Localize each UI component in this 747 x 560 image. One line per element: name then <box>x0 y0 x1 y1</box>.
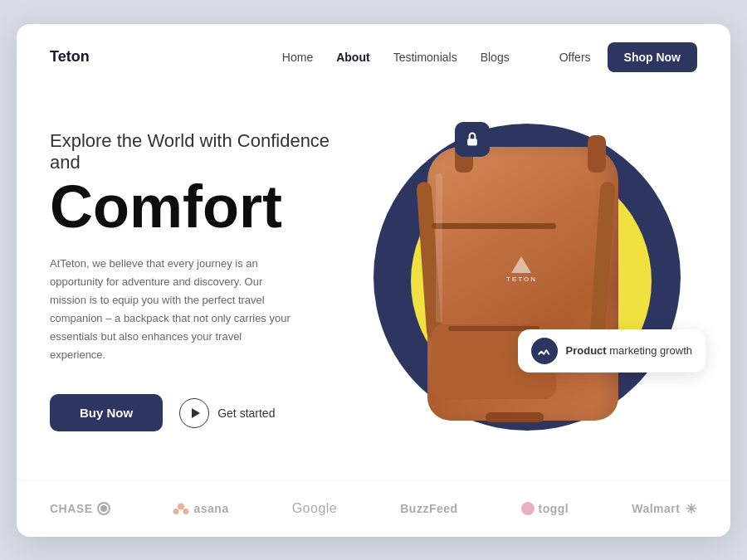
hero-description: AtTeton, we believe that every journey i… <box>50 255 299 365</box>
nav-link-blogs[interactable]: Blogs <box>481 51 510 64</box>
backpack-zipper <box>432 223 556 229</box>
backpack-handle-right <box>588 135 606 173</box>
brand-walmart-label: Walmart <box>632 502 680 515</box>
chase-icon <box>97 502 110 515</box>
get-started-button[interactable]: Get started <box>179 398 275 428</box>
brand-google: Google <box>292 501 338 516</box>
brands-strip: CHASE asana Google BuzzFeed toggl Walmar… <box>17 480 730 537</box>
nav-links: Home About Testimonials Blogs <box>282 50 510 65</box>
brand-walmart: Walmart ✳ <box>632 501 697 517</box>
page-container: Teton Home About Testimonials Blogs Offe… <box>17 24 730 537</box>
brand-buzzfeed-label: BuzzFeed <box>400 502 457 515</box>
nav-logo: Teton <box>50 48 90 66</box>
brand-toggl: toggl <box>521 502 569 515</box>
asana-icon <box>173 502 189 515</box>
body-highlight <box>436 173 442 323</box>
lock-badge <box>455 122 490 157</box>
brand-asana: asana <box>173 502 228 515</box>
hero-actions: Buy Now Get started <box>50 394 332 431</box>
hero-subtitle: Explore the World with Confidence and <box>50 130 332 173</box>
nav-link-home[interactable]: Home <box>282 51 313 64</box>
svg-rect-0 <box>467 139 477 145</box>
buy-now-button[interactable]: Buy Now <box>50 394 163 431</box>
get-started-label: Get started <box>217 407 275 420</box>
product-badge-icon <box>531 338 558 364</box>
brand-google-label: Google <box>292 501 338 516</box>
hero-section: Explore the World with Confidence and Co… <box>17 90 730 480</box>
hero-title: Comfort <box>50 177 332 236</box>
product-badge: Product marketing growth <box>518 329 706 373</box>
lock-icon <box>464 131 481 148</box>
chase-dot <box>100 505 107 512</box>
logo-triangle-icon <box>511 256 531 273</box>
backpack-logo: TETON <box>506 256 537 283</box>
play-circle-icon <box>179 398 209 428</box>
brand-chase: CHASE <box>50 502 110 515</box>
brand-asana-label: asana <box>193 502 228 515</box>
bottom-clip <box>486 412 544 422</box>
arrow-up-icon <box>537 343 552 358</box>
hero-content: Explore the World with Confidence and Co… <box>50 130 349 432</box>
svg-point-1 <box>178 504 184 510</box>
nav-link-testimonials[interactable]: Testimonials <box>393 51 457 64</box>
product-badge-text: Product marketing growth <box>566 344 692 357</box>
svg-point-3 <box>183 509 189 514</box>
hero-visual: TETON <box>349 107 697 455</box>
shop-now-button[interactable]: Shop Now <box>608 42 697 72</box>
navbar: Teton Home About Testimonials Blogs Offe… <box>17 24 730 90</box>
backpack-illustration: TETON <box>349 107 697 455</box>
svg-point-2 <box>173 509 179 514</box>
toggl-icon <box>521 502 535 515</box>
nav-link-about[interactable]: About <box>336 51 369 64</box>
brand-chase-label: CHASE <box>50 502 93 515</box>
brand-buzzfeed: BuzzFeed <box>400 502 457 515</box>
play-triangle-icon <box>192 408 200 418</box>
logo-text: TETON <box>506 275 537 283</box>
brand-toggl-label: toggl <box>539 502 569 515</box>
nav-offers[interactable]: Offers <box>559 51 591 64</box>
walmart-icon: ✳ <box>686 501 697 517</box>
